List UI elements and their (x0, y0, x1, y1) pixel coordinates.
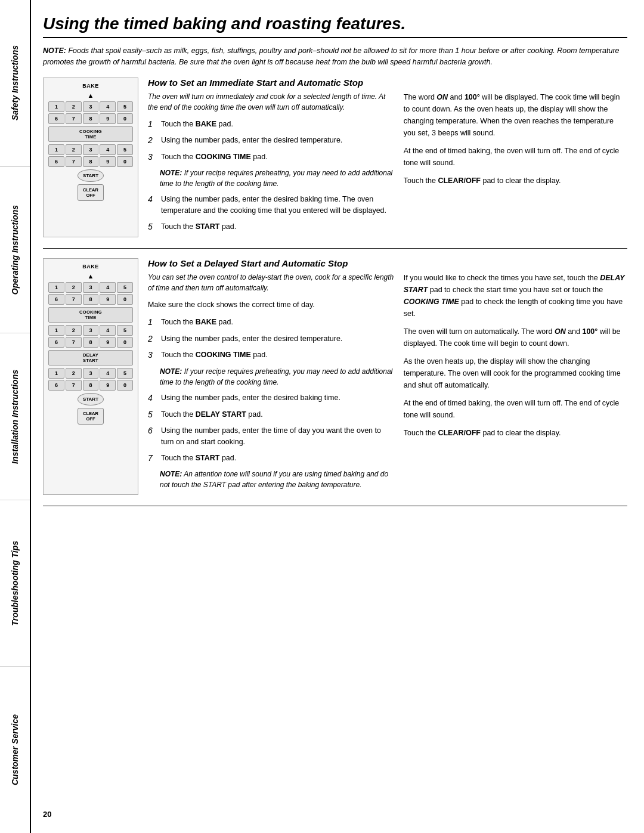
key-m5: 5 (117, 144, 133, 155)
key2-m5: 5 (117, 325, 133, 336)
section1-right-p1: The word ON and 100° will be displayed. … (404, 91, 627, 139)
section2-intro: You can set the oven control to delay-st… (148, 272, 394, 293)
section1-note: NOTE: If your recipe requires preheating… (160, 168, 394, 189)
keypad-mid-2: 1 2 3 4 5 6 7 8 9 0 (48, 325, 133, 348)
delay-start-label-2: DELAYSTART (48, 350, 133, 366)
step-num-1-5: 5 (148, 221, 159, 233)
section2-right: If you would like to check the times you… (404, 272, 627, 495)
key2-b2: 2 (66, 368, 82, 379)
key2-b0: 0 (117, 380, 133, 391)
key2-m2: 2 (66, 325, 82, 336)
step2-4: 4 Using the number pads, enter the desir… (148, 392, 394, 404)
step-text-2-1: Touch the BAKE pad. (161, 317, 233, 328)
step-num-2-6: 6 (148, 425, 159, 437)
sidebar-label-safety: Safety Instructions (10, 45, 20, 120)
step-text-1-5: Touch the START pad. (161, 221, 236, 233)
step-num-2-5: 5 (148, 409, 159, 421)
step2-1: 1 Touch the BAKE pad. (148, 317, 394, 329)
key2-m3: 3 (83, 325, 99, 336)
key2-6: 6 (48, 294, 64, 305)
section1-right-p3: Touch the CLEAR/OFF pad to clear the dis… (404, 175, 627, 187)
section-immediate-start: BAKE ▲ 1 2 3 4 5 6 7 8 9 0 COOKINGTIME 1… (43, 78, 627, 249)
main-note: NOTE: Foods that spoil easily–such as mi… (43, 45, 627, 68)
key2-1: 1 (48, 282, 64, 293)
page-number: 20 (43, 804, 627, 819)
keypad-bot-2: 1 2 3 4 5 6 7 8 9 0 (48, 368, 133, 391)
step-text-2-6: Using the number pads, enter the time of… (161, 425, 394, 448)
step-text-1-1: Touch the BAKE pad. (161, 119, 233, 130)
sidebar-section-service[interactable]: Customer Service (0, 667, 30, 833)
key2-b4: 4 (100, 368, 116, 379)
sidebar-section-installation[interactable]: Installation Instructions (0, 333, 30, 500)
section1-left: The oven will turn on immediately and co… (148, 91, 394, 238)
key2-0: 0 (117, 294, 133, 305)
section2-right-p1: If you would like to check the times you… (404, 272, 627, 320)
step-text-1-3: Touch the COOKING TIME pad. (161, 151, 268, 163)
step1-1: 1 Touch the BAKE pad. (148, 119, 394, 131)
step1-4: 4 Using the number pads, enter the desir… (148, 194, 394, 216)
clear-off-btn-1: CLEAROFF (78, 184, 104, 201)
step-num-1-1: 1 (148, 119, 159, 131)
keypad-top-1: 1 2 3 4 5 6 7 8 9 0 (48, 101, 133, 124)
key2-b6: 6 (48, 380, 64, 391)
step-text-2-4: Using the number pads, enter the desired… (161, 392, 340, 404)
key-0: 0 (117, 113, 133, 124)
keypad-mid-1: 1 2 3 4 5 6 7 8 9 0 (48, 144, 133, 167)
key2-9: 9 (100, 294, 116, 305)
section1-content: How to Set an Immediate Start and Automa… (148, 78, 627, 238)
section1-two-col: The oven will turn on immediately and co… (148, 91, 627, 238)
key-5: 5 (117, 101, 133, 112)
step-num-2-7: 7 (148, 453, 159, 465)
clear-off-btn-2: CLEAROFF (78, 408, 104, 425)
step2-2: 2 Using the number pads, enter the desir… (148, 333, 394, 345)
section2-note1: NOTE: If your recipe requires preheating… (160, 366, 394, 388)
step1-3: 3 Touch the COOKING TIME pad. (148, 151, 394, 163)
arrow-1: ▲ (88, 92, 94, 99)
step-num-1-4: 4 (148, 194, 159, 206)
step-num-2-1: 1 (148, 317, 159, 329)
section1-right: The word ON and 100° will be displayed. … (404, 91, 627, 238)
sidebar-section-operating[interactable]: Operating Instructions (0, 167, 30, 334)
key2-m1: 1 (48, 325, 64, 336)
keypad-top-2: 1 2 3 4 5 6 7 8 9 0 (48, 282, 133, 305)
section2-content: How to Set a Delayed Start and Automatic… (148, 258, 627, 495)
key2-7: 7 (66, 294, 82, 305)
cooking-time-label-1: COOKINGTIME (48, 126, 133, 142)
sidebar-section-safety[interactable]: Safety Instructions (0, 0, 30, 167)
sidebar-label-operating: Operating Instructions (10, 205, 20, 295)
key-3: 3 (83, 101, 99, 112)
key2-m7: 7 (66, 337, 82, 348)
step-text-2-7: Touch the START pad. (161, 453, 236, 464)
key-7: 7 (66, 113, 82, 124)
step-text-1-2: Using the number pads, enter the desired… (161, 135, 342, 146)
key-1: 1 (48, 101, 64, 112)
page-title: Using the timed baking and roasting feat… (43, 14, 627, 38)
key2-8: 8 (83, 294, 99, 305)
key-4: 4 (100, 101, 116, 112)
step1-2: 2 Using the number pads, enter the desir… (148, 135, 394, 147)
step-num-1-3: 3 (148, 151, 159, 163)
key2-3: 3 (83, 282, 99, 293)
sidebar-label-installation: Installation Instructions (10, 370, 20, 464)
key-m6: 6 (48, 156, 64, 167)
section2-right-p2: The oven will turn on automatically. The… (404, 326, 627, 349)
key2-2: 2 (66, 282, 82, 293)
key2-b1: 1 (48, 368, 64, 379)
oven-diagram-1: BAKE ▲ 1 2 3 4 5 6 7 8 9 0 COOKINGTIME 1… (43, 78, 138, 238)
section2-two-col: You can set the oven control to delay-st… (148, 272, 627, 495)
start-btn-2: START (78, 393, 104, 405)
section2-right-p5: Touch the CLEAR/OFF pad to clear the dis… (404, 427, 627, 439)
key-m2: 2 (66, 144, 82, 155)
key2-m0: 0 (117, 337, 133, 348)
step1-5: 5 Touch the START pad. (148, 221, 394, 233)
section2-make-sure: Make sure the clock shows the correct ti… (148, 299, 394, 311)
sidebar-section-troubleshooting[interactable]: Troubleshooting Tips (0, 500, 30, 667)
bake-label-2: BAKE (82, 264, 99, 270)
key-m7: 7 (66, 156, 82, 167)
key-8: 8 (83, 113, 99, 124)
section1-title: How to Set an Immediate Start and Automa… (148, 78, 627, 88)
key-m1: 1 (48, 144, 64, 155)
section2-note2: NOTE: An attention tone will sound if yo… (160, 469, 394, 490)
key-m8: 8 (83, 156, 99, 167)
step-text-2-2: Using the number pads, enter the desired… (161, 333, 342, 345)
